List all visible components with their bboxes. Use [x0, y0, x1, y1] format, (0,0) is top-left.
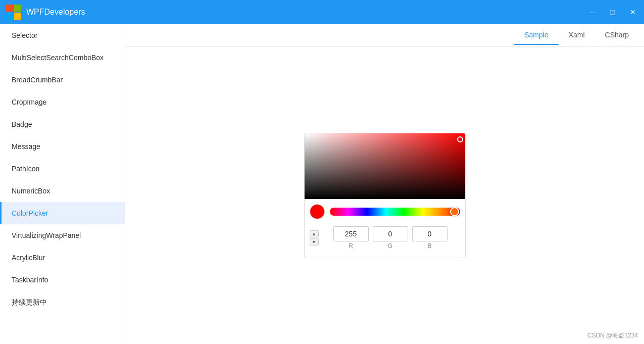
sidebar-item-pathicon[interactable]: PathIcon	[0, 158, 125, 180]
color-preview-circle	[310, 204, 325, 219]
b-input[interactable]	[412, 226, 448, 241]
sidebar-item-cropimage[interactable]: CropImage	[0, 91, 125, 113]
main-layout: Selector MultiSelectSearchComboBox Bread…	[0, 24, 644, 344]
maximize-button[interactable]: □	[608, 8, 618, 16]
sidebar-item-message[interactable]: Message	[0, 135, 125, 158]
sidebar-item-numericbox[interactable]: NumericBox	[0, 180, 125, 202]
sidebar-item-colorpicker[interactable]: ColorPicker	[0, 202, 125, 224]
arrow-buttons: ▲ ▼	[310, 230, 319, 245]
hue-slider-thumb[interactable]	[450, 207, 459, 216]
hue-row	[305, 199, 465, 224]
sidebar-item-acrylicblur[interactable]: AcrylicBlur	[0, 247, 125, 269]
sidebar: Selector MultiSelectSearchComboBox Bread…	[0, 24, 125, 344]
gradient-dark-overlay	[305, 133, 466, 199]
minimize-button[interactable]: —	[587, 8, 598, 16]
rgb-row: ▲ ▼ R G B	[305, 224, 465, 252]
tab-bar: Sample Xaml CSharp	[125, 24, 644, 46]
sidebar-item-virtualizingwrappanel[interactable]: VirtualizingWrapPanel	[0, 224, 125, 247]
g-input[interactable]	[373, 226, 408, 241]
svg-rect-3	[14, 13, 21, 20]
titlebar: WPFDevelopers — □ ✕	[0, 0, 644, 24]
b-field: B	[412, 226, 448, 250]
tab-csharp[interactable]: CSharp	[595, 26, 639, 45]
watermark: CSDN @海盗1234	[587, 331, 638, 340]
r-field: R	[333, 226, 369, 250]
content-area: Sample Xaml CSharp	[125, 24, 644, 344]
r-input[interactable]	[333, 226, 369, 241]
app-title: WPFDevelopers	[26, 8, 85, 17]
hue-slider[interactable]	[330, 208, 460, 216]
color-gradient-canvas[interactable]	[305, 133, 466, 199]
svg-rect-0	[6, 5, 13, 12]
r-label: R	[349, 242, 353, 250]
color-picker-widget: ▲ ▼ R G B	[304, 133, 466, 258]
sidebar-item-badge[interactable]: Badge	[0, 113, 125, 135]
sidebar-item-updating[interactable]: 持续更新中	[0, 291, 125, 314]
sidebar-item-breadcrumb[interactable]: BreadCrumbBar	[0, 69, 125, 91]
app-logo	[6, 5, 21, 20]
sidebar-item-selector[interactable]: Selector	[0, 24, 125, 46]
b-label: B	[427, 242, 431, 250]
svg-rect-1	[14, 5, 21, 12]
close-button[interactable]: ✕	[628, 8, 638, 16]
decrement-button[interactable]: ▼	[310, 238, 319, 245]
g-field: G	[373, 226, 408, 250]
increment-button[interactable]: ▲	[310, 230, 319, 237]
titlebar-controls: — □ ✕	[587, 8, 638, 16]
gradient-picker-handle[interactable]	[457, 136, 463, 142]
tab-xaml[interactable]: Xaml	[559, 26, 595, 45]
tab-sample[interactable]: Sample	[514, 26, 558, 45]
g-label: G	[388, 242, 392, 250]
svg-rect-2	[6, 13, 13, 20]
titlebar-left: WPFDevelopers	[6, 5, 85, 20]
sidebar-item-taskbarinfo[interactable]: TaskbarInfo	[0, 269, 125, 291]
sidebar-item-multisearch[interactable]: MultiSelectSearchComboBox	[0, 46, 125, 69]
color-picker-container: ▲ ▼ R G B	[125, 46, 644, 344]
rgb-fields: R G B	[321, 226, 460, 250]
